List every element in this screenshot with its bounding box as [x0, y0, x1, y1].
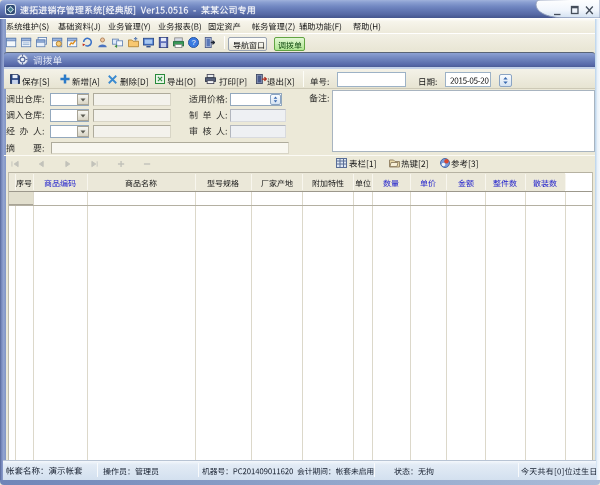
svg-text:?: ?: [191, 38, 195, 47]
